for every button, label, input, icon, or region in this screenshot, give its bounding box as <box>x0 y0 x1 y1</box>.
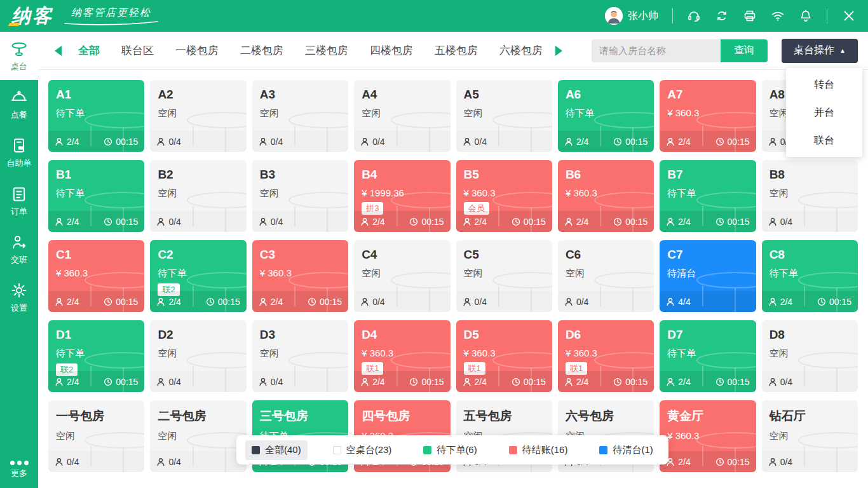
close-icon[interactable] <box>841 8 857 24</box>
nav-category-二楼包房[interactable]: 二楼包房 <box>240 43 283 58</box>
table-card-钻石厅[interactable]: 钻石厅 空闲 0/4 <box>762 400 858 472</box>
table-grid: A1 待下单 2/4 00:15 A2 空闲 0/4 <box>38 70 868 482</box>
nav-category-六楼包房[interactable]: 六楼包房 <box>499 43 543 58</box>
nav-category-五楼包房[interactable]: 五楼包房 <box>435 43 478 58</box>
table-card-B8[interactable]: B8 空闲 0/4 <box>762 160 858 232</box>
table-card-footer: 0/4 <box>150 211 246 232</box>
table-card-footer: 0/4 <box>762 371 858 392</box>
legend-filter-待结账[interactable]: 待结账(16) <box>503 440 574 460</box>
table-card-B5[interactable]: B5 ¥ 360.3 会员 2/4 00:15 <box>456 160 552 232</box>
table-people: 2/4 <box>564 377 588 387</box>
table-card-C8[interactable]: C8 待下单 2/4 00:15 <box>762 240 858 312</box>
person-icon <box>666 377 675 386</box>
legend-filter-待下单[interactable]: 待下单(6) <box>417 440 483 460</box>
legend-filter-空桌台[interactable]: 空桌台(23) <box>327 440 398 460</box>
table-card-A5[interactable]: A5 空闲 0/4 <box>456 80 552 152</box>
table-timer: 00:15 <box>715 377 750 387</box>
table-ops-menu: 转台并台联台 <box>786 68 862 157</box>
table-name: 钻石厅 <box>770 408 850 424</box>
sidebar-item-交班[interactable]: 交班 <box>0 225 38 273</box>
table-card-footer: 0/4 <box>150 451 246 472</box>
nav-category-联台区[interactable]: 联台区 <box>121 43 154 58</box>
table-card-一号包房[interactable]: 一号包房 空闲 0/4 <box>48 400 144 472</box>
table-status: 待下单 <box>158 268 238 280</box>
sidebar-item-订单[interactable]: 订单 <box>0 177 38 225</box>
table-card-B2[interactable]: B2 空闲 0/4 <box>150 160 246 232</box>
table-name: 四号包房 <box>362 408 442 424</box>
bell-icon[interactable] <box>799 9 813 23</box>
table-card-D2[interactable]: D2 空闲 0/4 <box>150 320 246 392</box>
printer-icon[interactable] <box>743 9 757 23</box>
table-card-A1[interactable]: A1 待下单 2/4 00:15 <box>48 80 144 152</box>
table-card-D6[interactable]: D6 ¥ 360.3 联1 2/4 00:15 <box>558 320 654 392</box>
table-card-footer: 2/4 00:15 <box>558 131 654 152</box>
table-card-A2[interactable]: A2 空闲 0/4 <box>150 80 246 152</box>
table-name: D7 <box>667 328 748 342</box>
table-card-footer: 0/4 <box>252 371 348 392</box>
wifi-icon[interactable] <box>771 9 785 23</box>
sidebar-item-more[interactable]: 更多 <box>0 461 38 479</box>
table-name: C3 <box>260 248 341 262</box>
table-name: C7 <box>667 248 748 262</box>
table-card-D3[interactable]: D3 空闲 0/4 <box>252 320 348 392</box>
nav-category-全部[interactable]: 全部 <box>78 43 100 58</box>
avatar <box>605 7 623 25</box>
table-card-A3[interactable]: A3 空闲 0/4 <box>252 80 348 152</box>
sidebar-item-桌台[interactable]: 桌台 <box>0 32 38 80</box>
customer-service-icon[interactable] <box>687 9 701 23</box>
table-card-二号包房[interactable]: 二号包房 空闲 0/4 <box>150 400 246 472</box>
table-card-B6[interactable]: B6 ¥ 360.3 2/4 00:15 <box>558 160 654 232</box>
sidebar: 桌台 点餐 自助单 订单 交班 设置 更多 <box>0 32 38 488</box>
table-card-C4[interactable]: C4 空闲 0/4 <box>354 240 450 312</box>
table-people: 0/4 <box>768 217 792 227</box>
prev-categories-arrow[interactable] <box>55 46 62 56</box>
table-name: A3 <box>260 88 341 102</box>
user-account[interactable]: 张小帅 <box>605 7 658 25</box>
search-button[interactable]: 查询 <box>721 39 768 62</box>
nav-category-三楼包房[interactable]: 三楼包房 <box>305 43 348 58</box>
table-card-黄金厅[interactable]: 黄金厅 ¥ 360.3 2/4 00:15 <box>660 400 756 472</box>
clock-icon <box>308 297 316 306</box>
table-people: 0/4 <box>768 377 792 387</box>
table-card-D7[interactable]: D7 待下单 2/4 00:15 <box>660 320 756 392</box>
table-ops-menu-item-联台[interactable]: 联台 <box>786 126 862 154</box>
table-card-D4[interactable]: D4 ¥ 360.3 联1 2/4 00:15 <box>354 320 450 392</box>
table-card-C1[interactable]: C1 ¥ 360.3 2/4 00:15 <box>48 240 144 312</box>
table-people: 0/4 <box>259 137 283 147</box>
table-card-C7[interactable]: C7 待清台 4/4 <box>660 240 756 312</box>
table-card-C6[interactable]: C6 空闲 0/4 <box>558 240 654 312</box>
table-card-A4[interactable]: A4 空闲 0/4 <box>354 80 450 152</box>
table-card-B7[interactable]: B7 待下单 2/4 00:15 <box>660 160 756 232</box>
sidebar-item-自助单[interactable]: 自助单 <box>0 128 38 177</box>
search-input[interactable] <box>592 39 721 62</box>
table-card-A7[interactable]: A7 ¥ 360.3 2/4 00:15 <box>660 80 756 152</box>
table-card-D1[interactable]: D1 待下单 联2 2/4 00:15 <box>48 320 144 392</box>
sync-icon[interactable] <box>715 9 729 23</box>
person-icon <box>259 217 268 226</box>
legend-filter-全部[interactable]: 全部(40) <box>245 440 308 460</box>
table-ops-menu-item-并台[interactable]: 并台 <box>786 98 862 126</box>
nav-category-四楼包房[interactable]: 四楼包房 <box>370 43 413 58</box>
table-card-B1[interactable]: B1 待下单 2/4 00:15 <box>48 160 144 232</box>
cloche-icon <box>10 88 28 106</box>
nav-category-一楼包房[interactable]: 一楼包房 <box>175 43 219 58</box>
table-card-B4[interactable]: B4 ¥ 1999.36 拼3 2/4 00:15 <box>354 160 450 232</box>
table-card-C5[interactable]: C5 空闲 0/4 <box>456 240 552 312</box>
person-icon <box>259 137 268 146</box>
person-icon <box>463 217 471 226</box>
table-status: 待下单 <box>56 348 137 360</box>
table-card-A6[interactable]: A6 待下单 2/4 00:15 <box>558 80 654 152</box>
person-icon <box>259 377 268 386</box>
table-ops-button[interactable]: 桌台操作 ▲ <box>782 39 858 63</box>
legend-filter-待清台[interactable]: 待清台(1) <box>593 440 659 460</box>
table-status: 空闲 <box>464 268 545 280</box>
table-card-C3[interactable]: C3 ¥ 360.3 2/4 00:15 <box>252 240 348 312</box>
next-categories-arrow[interactable] <box>555 46 562 56</box>
sidebar-item-设置[interactable]: 设置 <box>0 273 38 322</box>
table-ops-menu-item-转台[interactable]: 转台 <box>786 71 862 98</box>
sidebar-item-点餐[interactable]: 点餐 <box>0 80 38 128</box>
table-card-B3[interactable]: B3 空闲 0/4 <box>252 160 348 232</box>
table-card-C2[interactable]: C2 待下单 联2 2/4 00:15 <box>150 240 246 312</box>
table-card-D5[interactable]: D5 ¥ 360.3 联1 2/4 00:15 <box>456 320 552 392</box>
table-card-D8[interactable]: D8 空闲 0/4 <box>762 320 858 392</box>
